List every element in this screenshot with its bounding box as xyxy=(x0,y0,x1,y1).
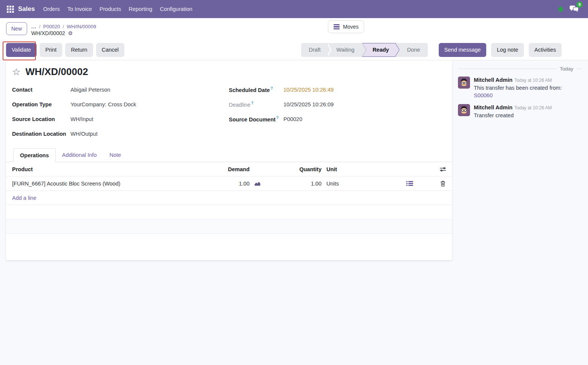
breadcrumb-ellipsis[interactable]: ... xyxy=(31,23,37,30)
operation-type-label: Operation Type xyxy=(12,101,70,107)
table-row: [FURN_6667] Acoustic Bloc Screens (Wood)… xyxy=(6,176,452,191)
status-step-ready-active[interactable]: Ready xyxy=(362,43,400,57)
help-icon: ? xyxy=(271,86,273,90)
favorite-star-icon[interactable]: ☆ xyxy=(12,67,20,77)
table-header-row: Product Demand Quantity Unit xyxy=(6,162,452,176)
menu-reporting[interactable]: Reporting xyxy=(125,0,156,18)
status-pipeline: Draft Waiting Ready Done xyxy=(301,43,427,57)
breadcrumb: ... / P00020 / WH/IN/00009 WH/XD/00002 ⚙ xyxy=(31,20,96,37)
moves-label: Moves xyxy=(343,24,358,30)
message-author[interactable]: Mitchell Admin xyxy=(474,104,513,110)
menu-products[interactable]: Products xyxy=(96,0,125,18)
destination-location-value[interactable]: WH/Output xyxy=(70,131,98,137)
date-divider: Today xyxy=(458,66,582,72)
control-panel: New ... / P00020 / WH/IN/00009 WH/XD/000… xyxy=(0,18,588,60)
operation-type-value[interactable]: YourCompany: Cross Dock xyxy=(70,101,136,107)
main-content: ☆ WH/XD/00002 Contact Abigail Peterson O… xyxy=(0,60,588,365)
source-document-value[interactable]: P00020 xyxy=(283,116,302,122)
breadcrumb-separator: / xyxy=(39,23,41,30)
breadcrumb-separator: / xyxy=(63,23,64,30)
chatter-message: Mitchell AdminToday at 10:26 AM This tra… xyxy=(458,77,582,99)
message-timestamp: Today at 10:26 AM xyxy=(514,78,552,83)
avatar xyxy=(458,77,470,89)
message-body: Transfer created xyxy=(474,112,552,119)
scheduled-date-value[interactable]: 10/25/2025 10:26:49 xyxy=(283,87,334,93)
message-timestamp: Today at 10:26 AM xyxy=(514,105,552,110)
moves-button[interactable]: Moves xyxy=(328,20,364,33)
menu-configuration[interactable]: Configuration xyxy=(156,0,196,18)
source-location-label: Source Location xyxy=(12,116,70,122)
messages-icon[interactable]: 9 xyxy=(569,5,579,14)
header-demand: Demand xyxy=(217,166,250,172)
delete-row-icon[interactable] xyxy=(435,181,450,187)
deadline-label: Deadline? xyxy=(229,101,283,108)
tab-note[interactable]: Note xyxy=(103,148,127,162)
unit-cell: Units xyxy=(322,181,363,187)
demand-cell[interactable]: 1.00 xyxy=(217,181,250,187)
menu-orders[interactable]: Orders xyxy=(39,0,63,18)
breadcrumb-wh-in-00009[interactable]: WH/IN/00009 xyxy=(67,23,96,30)
help-icon: ? xyxy=(276,116,279,120)
menu-to-invoice[interactable]: To Invoice xyxy=(64,0,96,18)
moves-lines-icon xyxy=(334,24,340,30)
message-count-badge: 9 xyxy=(576,2,583,8)
app-name[interactable]: Sales xyxy=(18,5,35,13)
tab-additional-info[interactable]: Additional Info xyxy=(56,148,103,162)
cancel-button[interactable]: Cancel xyxy=(96,43,124,57)
send-message-button[interactable]: Send message xyxy=(439,43,487,57)
product-cell[interactable]: [FURN_6667] Acoustic Bloc Screens (Wood) xyxy=(12,181,217,187)
message-author[interactable]: Mitchell Admin xyxy=(474,77,513,83)
help-icon: ? xyxy=(251,101,253,105)
chatter-panel: Today Mitchell AdminToday at 10:26 AM xyxy=(458,66,582,119)
add-line-row: Add a line xyxy=(6,191,452,205)
validate-button[interactable]: Validate xyxy=(6,43,37,57)
source-location-value[interactable]: WH/Input xyxy=(70,116,93,122)
breadcrumb-current: WH/XD/00002 xyxy=(31,30,65,37)
notebook-tabs: Operations Additional Info Note xyxy=(6,148,452,162)
return-button[interactable]: Return xyxy=(65,43,93,57)
destination-location-label: Destination Location xyxy=(12,131,70,137)
status-step-draft[interactable]: Draft xyxy=(301,43,328,57)
message-body: This transfer has been created from: S00… xyxy=(474,84,582,99)
status-step-done[interactable]: Done xyxy=(400,43,428,57)
source-order-link[interactable]: S00060 xyxy=(474,92,493,98)
detailed-operations-icon[interactable] xyxy=(402,181,417,186)
new-button[interactable]: New xyxy=(6,22,27,35)
top-navbar: Sales Orders To Invoice Products Reporti… xyxy=(0,0,588,18)
date-divider-label: Today xyxy=(560,66,573,72)
gear-icon[interactable]: ⚙ xyxy=(68,30,73,37)
apps-grid-icon[interactable] xyxy=(7,6,14,13)
status-step-waiting[interactable]: Waiting xyxy=(329,43,362,57)
header-quantity: Quantity xyxy=(266,166,322,172)
activities-button[interactable]: Activities xyxy=(529,43,562,57)
empty-table-row xyxy=(6,205,452,219)
chatter-message: Mitchell AdminToday at 10:26 AM Transfer… xyxy=(458,104,582,119)
contact-value[interactable]: Abigail Peterson xyxy=(70,87,110,93)
main-menu: Orders To Invoice Products Reporting Con… xyxy=(39,0,196,18)
add-a-line-link[interactable]: Add a line xyxy=(12,195,37,201)
record-title: WH/XD/00002 xyxy=(25,66,88,78)
forecast-chart-icon[interactable] xyxy=(250,181,266,186)
scheduled-date-label: Scheduled Date? xyxy=(229,86,283,93)
deadline-value[interactable]: 10/25/2025 10:26:09 xyxy=(283,101,334,107)
header-product: Product xyxy=(12,166,217,172)
status-separator xyxy=(328,43,329,57)
log-note-button[interactable]: Log note xyxy=(491,43,524,57)
contact-label: Contact xyxy=(12,87,70,93)
tab-operations[interactable]: Operations xyxy=(13,148,56,162)
online-status-dot xyxy=(558,7,563,12)
print-button[interactable]: Print xyxy=(40,43,62,57)
operations-table: Product Demand Quantity Unit [FURN xyxy=(6,162,452,234)
quantity-cell[interactable]: 1.00 xyxy=(266,181,322,187)
form-sheet: ☆ WH/XD/00002 Contact Abigail Peterson O… xyxy=(6,60,452,260)
empty-table-row xyxy=(6,219,452,234)
header-unit: Unit xyxy=(322,166,363,172)
source-document-label: Source Document? xyxy=(229,116,283,123)
avatar xyxy=(458,104,470,116)
breadcrumb-p00020[interactable]: P00020 xyxy=(43,23,60,30)
optional-columns-icon[interactable] xyxy=(435,167,450,172)
